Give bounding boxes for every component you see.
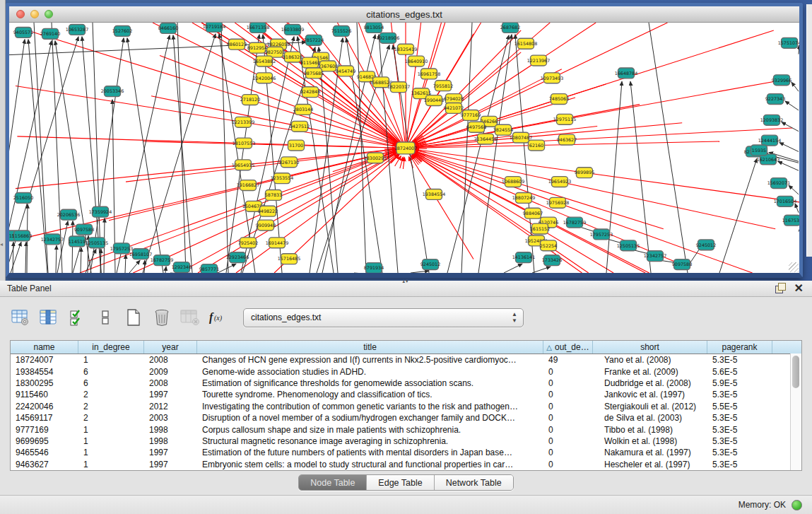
graph-node[interactable]: 18107553 — [233, 138, 256, 148]
graph-node[interactable]: 16782759 — [563, 217, 587, 228]
table-cell[interactable]: 1998 — [144, 425, 197, 435]
delete-table-button[interactable] — [151, 307, 172, 328]
table-row[interactable]: 946362711997Embryonic stem cells: a mode… — [11, 459, 801, 470]
show-columns-button[interactable] — [38, 307, 59, 328]
graph-node[interactable]: 9463627 — [557, 134, 577, 145]
graph-node[interactable]: 6497568 — [466, 122, 486, 132]
table-cell[interactable]: de Silva et al. (2003) — [593, 413, 707, 423]
table-cell[interactable]: 9699695 — [11, 436, 78, 446]
graph-node[interactable]: 1292346 — [172, 262, 192, 273]
window-resize-grip[interactable] — [789, 262, 799, 272]
graph-node[interactable]: 12975115 — [553, 114, 577, 124]
graph-node[interactable]: 19218906 — [377, 33, 400, 43]
table-selector-dropdown[interactable]: citations_edges.txt ▲▼ — [243, 308, 524, 327]
table-cell[interactable]: 2 — [78, 390, 144, 399]
table-cell[interactable]: 1997 — [144, 460, 197, 469]
graph-node[interactable]: 7857224 — [304, 35, 324, 45]
graph-node[interactable]: 9245012 — [420, 259, 440, 270]
table-cell[interactable]: Wolkin et al. (1998) — [593, 436, 707, 446]
table-row[interactable]: 1872400712008Changes of HCN gene express… — [11, 354, 801, 366]
table-cell[interactable]: Genome-wide association studies in ADHD. — [197, 367, 543, 377]
row-height-button[interactable] — [95, 307, 116, 328]
graph-node[interactable]: 9777169 — [461, 110, 481, 120]
graph-node[interactable]: 62160 — [529, 140, 545, 151]
table-row[interactable]: 1456911722003Disruption of a novel membe… — [11, 412, 801, 424]
table-cell[interactable]: 5.3E-5 — [707, 355, 772, 365]
graph-node[interactable]: 18807249 — [512, 192, 536, 203]
graph-node[interactable]: 8860123 — [227, 39, 247, 49]
graph-node[interactable]: 9097588 — [672, 259, 692, 270]
table-cell[interactable]: Changes of HCN gene expression and I(f) … — [197, 355, 543, 365]
table-cell[interactable]: Nakamura et al. (1997) — [593, 448, 707, 457]
graph-node[interactable]: 12213967 — [527, 55, 551, 66]
table-cell[interactable]: Jankovic et al. (1997) — [593, 390, 707, 399]
table-cell[interactable]: Investigating the contribution of common… — [197, 402, 543, 411]
graph-node[interactable]: 9421072 — [444, 103, 464, 114]
table-cell[interactable]: 2003 — [144, 413, 197, 423]
column-header-title[interactable]: title — [197, 341, 543, 354]
graph-node[interactable]: 12213399 — [232, 117, 255, 127]
table-cell[interactable]: 5.3E-5 — [707, 448, 772, 457]
graph-node[interactable]: 1167534 — [782, 215, 799, 226]
table-cell[interactable]: 0 — [543, 425, 593, 435]
graph-node[interactable]: 19166827 — [237, 180, 260, 191]
graph-node[interactable]: 587833 — [265, 189, 282, 200]
graph-node[interactable]: 16648784 — [615, 68, 638, 78]
table-row[interactable]: 911546021997Tourette syndrome. Phenomeno… — [11, 389, 801, 400]
graph-node[interactable]: 31700 — [288, 140, 305, 151]
table-cell[interactable]: 6 — [78, 378, 144, 388]
table-cell[interactable]: Stergiakouli et al. (2012) — [593, 402, 707, 411]
graph-node[interactable]: 9884067 — [523, 208, 543, 218]
table-cell[interactable]: 1998 — [144, 436, 197, 446]
table-cell[interactable]: 5.3E-5 — [707, 390, 772, 399]
graph-node[interactable]: 9427512 — [290, 121, 310, 132]
function-builder-button[interactable]: f(x) — [208, 307, 229, 328]
graph-node[interactable]: 2718120 — [240, 95, 260, 105]
graph-node[interactable]: 16543882 — [253, 56, 276, 66]
table-cell[interactable]: 5.3E-5 — [707, 460, 772, 469]
network-window[interactable]: citations_edges.txt 88601238912954182260… — [6, 3, 803, 278]
graph-node[interactable]: 14136141 — [512, 252, 536, 263]
graph-node[interactable]: 2516050 — [13, 192, 33, 203]
graph-node[interactable]: 2769140 — [40, 28, 60, 39]
table-row[interactable]: 1938455462009Genome-wide association stu… — [11, 366, 801, 377]
table-cell[interactable]: 49 — [543, 355, 593, 365]
graph-node[interactable]: 19654935 — [232, 160, 255, 170]
table-cell[interactable]: 0 — [543, 436, 593, 446]
graph-node[interactable]: 9899895 — [575, 168, 594, 178]
graph-node[interactable]: 9909948 — [256, 220, 276, 230]
table-cell[interactable]: 9115460 — [11, 390, 78, 399]
table-cell[interactable]: 1 — [78, 425, 144, 435]
graph-node[interactable]: 2687682 — [500, 23, 520, 33]
graph-node[interactable]: 114519 — [69, 236, 86, 247]
modify-table-button[interactable] — [10, 307, 31, 328]
table-cell[interactable]: Yano et al. (2008) — [593, 355, 707, 365]
graph-node[interactable]: 19384554 — [423, 189, 446, 200]
graph-node[interactable]: 12505135 — [617, 240, 640, 251]
graph-node[interactable]: 18220317 — [387, 82, 411, 93]
graph-node[interactable]: 10719184 — [203, 23, 226, 32]
graph-node[interactable]: 1615152 — [530, 223, 550, 234]
graph-node[interactable]: 18640910 — [405, 56, 428, 66]
graph-node[interactable]: 10688609 — [502, 177, 525, 187]
table-cell[interactable]: 5.9E-5 — [707, 378, 772, 388]
table-cell[interactable]: 1 — [78, 355, 144, 365]
graph-node[interactable]: 16671358 — [247, 23, 270, 33]
table-cell[interactable]: Tourette syndrome. Phenomenology and cla… — [197, 390, 543, 399]
graph-node[interactable]: 12444154 — [758, 135, 782, 146]
table-cell[interactable]: 9465546 — [11, 448, 78, 457]
table-cell[interactable]: 18724007 — [11, 355, 78, 365]
table-cell[interactable]: 2 — [78, 413, 144, 423]
table-header-row[interactable]: namein_degreeyeartitle△out_de…shortpager… — [11, 341, 801, 354]
graph-node[interactable]: 9875685 — [304, 68, 324, 78]
graph-node[interactable]: 8466160 — [158, 23, 178, 33]
table-cell[interactable]: 5.6E-5 — [707, 367, 772, 377]
graph-node[interactable]: 16914479 — [266, 238, 289, 248]
graph-node[interactable]: 9857771 — [199, 264, 219, 273]
column-header-year[interactable]: year — [144, 341, 197, 354]
graph-node[interactable]: 8813054 — [364, 23, 384, 33]
table-cell[interactable]: 0 — [543, 378, 593, 388]
table-cell[interactable]: 2008 — [144, 355, 197, 365]
table-cell[interactable]: 1 — [78, 436, 144, 446]
table-cell[interactable]: Hescheler et al. (1997) — [593, 460, 707, 469]
